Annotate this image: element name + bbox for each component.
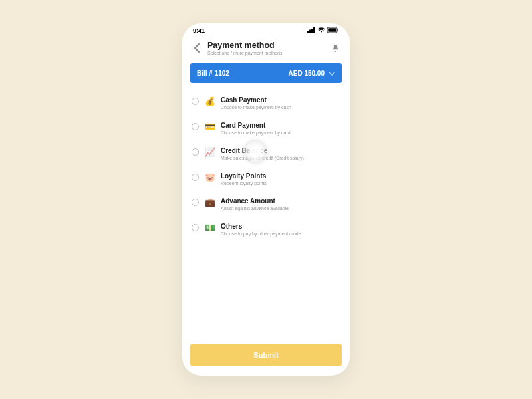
svg-rect-5 xyxy=(328,28,336,32)
svg-rect-3 xyxy=(313,27,315,33)
others-icon: 💵 xyxy=(205,223,215,233)
payment-option-credit[interactable]: 📈 Credit Balance Make sales against cred… xyxy=(192,142,340,167)
bill-label: Bill # 1102 xyxy=(197,70,229,77)
payment-method-list: 💰 Cash Payment Choose to make payment by… xyxy=(182,88,350,340)
card-icon: 💳 xyxy=(205,122,215,132)
back-button[interactable] xyxy=(192,43,201,53)
option-title: Credit Balance xyxy=(221,147,304,154)
page-title: Payment method xyxy=(207,41,325,50)
option-subtitle: Make sales against credit (Credit salary… xyxy=(221,156,304,160)
payment-option-loyalty[interactable]: 🐷 Loyalty Points Redeem loyalty points xyxy=(192,167,340,192)
radio-button[interactable] xyxy=(192,174,199,181)
wifi-icon xyxy=(317,27,325,34)
option-subtitle: Redeem loyalty points xyxy=(221,181,267,186)
option-subtitle: Choose to make payment by cash xyxy=(221,105,291,110)
payment-option-advance[interactable]: 💼 Advance Amount Adjust against advance … xyxy=(192,192,340,217)
radio-button[interactable] xyxy=(192,199,199,206)
option-title: Others xyxy=(221,223,301,230)
advance-icon: 💼 xyxy=(205,198,215,207)
status-bar: 9:41 xyxy=(182,23,350,38)
status-time: 9:41 xyxy=(193,27,205,34)
svg-rect-2 xyxy=(311,29,313,33)
bill-selector[interactable]: Bill # 1102 AED 150.00 xyxy=(190,63,342,83)
option-title: Cash Payment xyxy=(221,96,291,104)
submit-button[interactable]: Submit xyxy=(190,344,342,366)
page-subtitle: Select one / more payment methods xyxy=(207,51,325,55)
header: Payment method Select one / more payment… xyxy=(182,38,350,57)
bill-amount: AED 150.00 xyxy=(289,70,325,77)
radio-button[interactable] xyxy=(192,98,199,105)
credit-icon: 📈 xyxy=(205,147,215,157)
payment-option-cash[interactable]: 💰 Cash Payment Choose to make payment by… xyxy=(192,91,340,116)
option-subtitle: Choose to make payment by card xyxy=(221,130,291,135)
cash-icon: 💰 xyxy=(205,96,215,106)
svg-rect-0 xyxy=(307,31,309,33)
radio-button[interactable] xyxy=(192,123,199,130)
radio-button[interactable] xyxy=(192,224,199,231)
svg-rect-1 xyxy=(309,30,311,33)
option-title: Card Payment xyxy=(221,122,291,129)
option-subtitle: Choose to pay by other payment mode xyxy=(221,231,301,236)
header-titles: Payment method Select one / more payment… xyxy=(207,41,325,55)
payment-option-card[interactable]: 💳 Card Payment Choose to make payment by… xyxy=(192,116,340,142)
chevron-down-icon xyxy=(329,70,335,77)
svg-rect-6 xyxy=(338,29,338,31)
loyalty-icon: 🐷 xyxy=(205,172,215,182)
signal-icon xyxy=(307,27,315,34)
option-title: Loyalty Points xyxy=(221,172,267,180)
notification-bell-icon[interactable] xyxy=(331,43,340,53)
battery-icon xyxy=(327,27,339,34)
status-indicators xyxy=(307,27,339,34)
option-title: Advance Amount xyxy=(221,198,289,205)
radio-button[interactable] xyxy=(192,148,199,156)
option-subtitle: Adjust against advance available xyxy=(221,206,289,211)
payment-option-others[interactable]: 💵 Others Choose to pay by other payment … xyxy=(192,217,340,243)
phone-frame: 9:41 Payment method Select one / more pa… xyxy=(182,23,350,376)
